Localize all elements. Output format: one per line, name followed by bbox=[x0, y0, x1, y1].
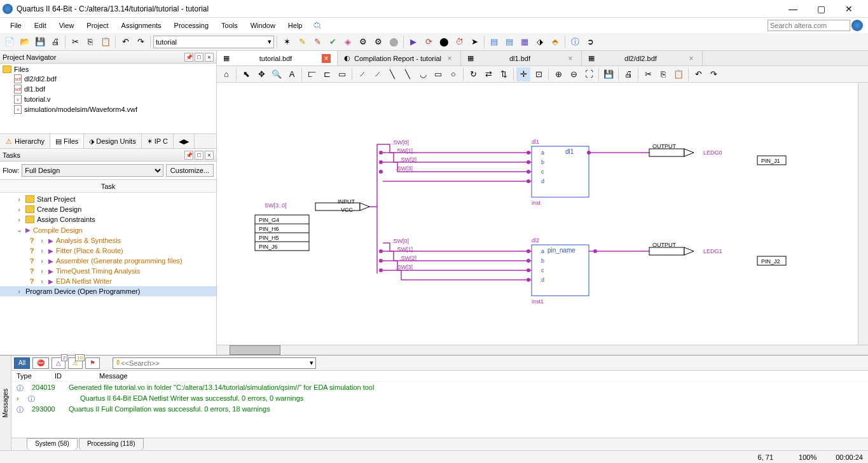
print-icon[interactable]: 🖨 bbox=[621, 67, 635, 81]
block-icon[interactable]: ▭ bbox=[335, 67, 349, 81]
tb-icon-9[interactable]: ⟳ bbox=[422, 35, 436, 49]
expand-icon[interactable]: › bbox=[38, 237, 46, 244]
pin-icon[interactable]: 📌 bbox=[184, 151, 193, 160]
fit-icon[interactable]: ⛶ bbox=[582, 67, 596, 81]
zoom-out-icon[interactable]: ⊖ bbox=[567, 67, 581, 81]
panel-max-icon[interactable]: □ bbox=[195, 53, 203, 62]
doc-tab-dl2[interactable]: ▦dl2/dl2.bdf× bbox=[582, 51, 703, 66]
file-item[interactable]: ≡simulation/modelsim/Waveform4.vwf bbox=[14, 104, 214, 114]
home-icon[interactable]: ⌂ bbox=[219, 67, 233, 81]
cut-icon[interactable]: ✂ bbox=[641, 67, 655, 81]
tab-processing[interactable]: Processing (118) bbox=[79, 438, 144, 450]
stop-icon[interactable]: ⬤ bbox=[387, 35, 401, 49]
expand-icon[interactable]: › bbox=[38, 257, 46, 265]
tab-system[interactable]: System (58) bbox=[27, 438, 78, 450]
tab-ip[interactable]: ✶IP C bbox=[142, 134, 174, 148]
line-icon[interactable]: ╲ bbox=[385, 67, 399, 81]
pan-icon[interactable]: ✥ bbox=[254, 67, 268, 81]
open-icon[interactable]: 📂 bbox=[18, 35, 32, 49]
tb-icon-17[interactable]: ⬘ bbox=[548, 35, 562, 49]
help-icon[interactable]: 🗬 bbox=[310, 18, 324, 32]
oval-icon[interactable]: ○ bbox=[446, 67, 460, 81]
arc-icon[interactable]: ◡ bbox=[416, 67, 430, 81]
tb-icon-7[interactable]: ⚙ bbox=[371, 35, 385, 49]
pin-icon[interactable]: 📌 bbox=[184, 53, 193, 62]
paste-icon[interactable]: 📋 bbox=[672, 67, 685, 81]
tab-design-units[interactable]: ⬗Design Units bbox=[84, 134, 141, 148]
flip-v-icon[interactable]: ⇅ bbox=[497, 67, 511, 81]
redo-icon[interactable]: ↷ bbox=[134, 35, 148, 49]
file-item[interactable]: vtutorial.v bbox=[14, 94, 214, 104]
tab-files[interactable]: ▤Files bbox=[50, 134, 84, 148]
message-row[interactable]: ⓘ293000Quartus II Full Compilation was s… bbox=[17, 404, 863, 415]
message-row[interactable]: ⓘ204019Generated file tutorial.vo in fol… bbox=[17, 383, 863, 394]
tb-icon-1[interactable]: ✶ bbox=[280, 35, 294, 49]
file-root[interactable]: Files bbox=[3, 65, 214, 74]
tb-icon-14[interactable]: ▤ bbox=[502, 35, 516, 49]
timer-icon[interactable]: ⏱ bbox=[452, 35, 466, 49]
panel-close-icon[interactable]: × bbox=[205, 53, 214, 62]
copy-icon[interactable]: ⎘ bbox=[656, 67, 670, 81]
messages-side-tab[interactable]: Messages bbox=[0, 356, 11, 450]
expand-icon[interactable]: › bbox=[15, 216, 23, 223]
message-row[interactable]: ›ⓘQuartus II 64-Bit EDA Netlist Writer w… bbox=[17, 394, 863, 404]
filter-critical[interactable]: △2 bbox=[52, 357, 65, 369]
flip-h-icon[interactable]: ⇄ bbox=[481, 67, 495, 81]
schematic-canvas[interactable]: SW[3..0] INPUT VCC PIN_G4 PIN_H6 PIN_H5 … bbox=[217, 83, 868, 345]
undo-icon[interactable]: ↶ bbox=[118, 35, 132, 49]
customize-button[interactable]: Customize... bbox=[166, 164, 214, 177]
filter-all[interactable]: All bbox=[14, 357, 30, 369]
rubber-icon[interactable]: ✛ bbox=[516, 67, 530, 81]
play-icon[interactable]: ▶ bbox=[406, 35, 420, 49]
task-item[interactable]: ?›▶Fitter (Place & Route) bbox=[0, 245, 216, 256]
panel-close-icon[interactable]: × bbox=[205, 151, 214, 160]
globe-icon[interactable] bbox=[851, 20, 863, 31]
paste-icon[interactable]: 📋 bbox=[99, 35, 113, 49]
gate-icon[interactable]: ⫍ bbox=[305, 67, 319, 81]
expand-icon[interactable]: › bbox=[38, 247, 46, 254]
print-icon[interactable]: 🖨 bbox=[48, 35, 62, 49]
zoom-icon[interactable]: 🔍 bbox=[270, 67, 284, 81]
menu-window[interactable]: Window bbox=[245, 20, 280, 31]
tb-icon-3[interactable]: ✎ bbox=[310, 35, 324, 49]
flow-select[interactable]: Full Design bbox=[22, 164, 163, 177]
menu-edit[interactable]: Edit bbox=[29, 20, 52, 31]
save-icon[interactable]: 💾 bbox=[602, 67, 616, 81]
menu-tools[interactable]: Tools bbox=[216, 20, 243, 31]
copy-icon[interactable]: ⎘ bbox=[83, 35, 97, 49]
panel-max-icon[interactable]: □ bbox=[195, 151, 203, 160]
info-icon[interactable]: ⓘ bbox=[568, 35, 582, 49]
rect-icon[interactable]: ▭ bbox=[431, 67, 445, 81]
task-item[interactable]: ?›▶Analysis & Synthesis bbox=[0, 235, 216, 245]
undo-icon[interactable]: ↶ bbox=[691, 67, 705, 81]
file-item[interactable]: bdfdl2/dl2.bdf bbox=[14, 74, 214, 84]
chip-icon[interactable]: ▦ bbox=[518, 35, 532, 49]
task-item[interactable]: ⌄▶Compile Design bbox=[0, 225, 216, 235]
close-button[interactable]: ✕ bbox=[840, 3, 858, 15]
expand-icon[interactable]: › bbox=[15, 287, 23, 295]
tb-icon-5[interactable]: ◈ bbox=[341, 35, 355, 49]
expand-icon[interactable]: ⌄ bbox=[15, 226, 23, 234]
close-icon[interactable]: × bbox=[322, 54, 331, 63]
menu-processing[interactable]: Processing bbox=[169, 20, 214, 31]
diag-icon[interactable]: ╲ bbox=[401, 67, 415, 81]
doc-tab-tutorial[interactable]: ▦tutorial.bdf× bbox=[217, 51, 338, 66]
task-item[interactable]: ›Program Device (Open Programmer) bbox=[0, 286, 216, 296]
task-item[interactable]: ›Start Project bbox=[0, 194, 216, 204]
rotate-icon[interactable]: ↻ bbox=[466, 67, 480, 81]
doc-tab-dl1[interactable]: ▦dl1.bdf× bbox=[461, 51, 582, 66]
task-item[interactable]: ?›▶Assembler (Generate programming files… bbox=[0, 256, 216, 266]
maximize-button[interactable]: ▢ bbox=[812, 3, 830, 15]
menu-assignments[interactable]: Assignments bbox=[116, 20, 167, 31]
pin-icon[interactable]: ⊏ bbox=[320, 67, 334, 81]
task-item[interactable]: ›Create Design bbox=[0, 204, 216, 214]
search-input[interactable] bbox=[768, 20, 850, 31]
file-item[interactable]: bdfdl1.bdf bbox=[14, 84, 214, 94]
select-icon[interactable]: ⬉ bbox=[239, 67, 253, 81]
bus-icon[interactable]: ⟋ bbox=[370, 67, 384, 81]
tab-hierarchy[interactable]: ⚠Hierarchy bbox=[0, 134, 50, 148]
filter-warning[interactable]: ⚠10 bbox=[68, 357, 83, 369]
menu-view[interactable]: View bbox=[54, 20, 79, 31]
close-icon[interactable]: × bbox=[566, 54, 575, 63]
wire-icon[interactable]: ⟋ bbox=[355, 67, 369, 81]
